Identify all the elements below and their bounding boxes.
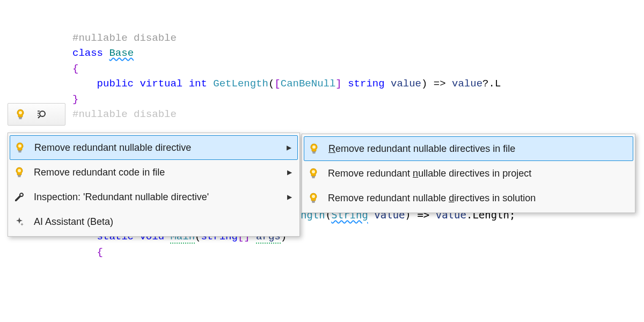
svg-point-22 [312, 195, 315, 198]
chevron-right-icon: ▶ [287, 169, 292, 176]
svg-rect-21 [312, 202, 315, 203]
lightbulb-icon [308, 167, 319, 179]
wrench-icon [13, 191, 25, 203]
svg-point-16 [312, 145, 316, 149]
svg-line-4 [38, 116, 40, 118]
find-icon [36, 108, 48, 120]
bracket: ] [335, 78, 341, 90]
menu-item-label: Remove redundant nullable directives in … [328, 193, 627, 204]
svg-rect-9 [19, 152, 21, 153]
kw-public: public [97, 78, 134, 90]
submenu-item-project[interactable]: Remove redundant nullable directives in … [302, 161, 635, 186]
menu-item-ai-assistant[interactable]: AI Assistant (Beta) [8, 209, 299, 234]
keyword-class: class [72, 47, 103, 59]
lightbulb-icon [14, 108, 26, 120]
svg-rect-18 [312, 178, 315, 179]
menu-item-remove-directive[interactable]: Remove redundant nullable directive ▶ [10, 135, 298, 160]
chevron-right-icon: ▶ [287, 193, 292, 201]
quick-fix-submenu: Remove redundant nullable directives in … [302, 134, 635, 213]
paren: ( [268, 78, 274, 90]
kw-string: string [348, 78, 384, 90]
svg-rect-0 [19, 118, 22, 119]
method-name: GetLength [213, 78, 268, 90]
svg-rect-8 [18, 151, 21, 152]
paren: ) [421, 78, 427, 90]
menu-item-label: AI Assistant (Beta) [34, 216, 292, 228]
ident: L [495, 78, 501, 90]
menu-item-label: Inspection: 'Redundant nullable directiv… [34, 192, 279, 203]
chevron-right-icon: ▶ [287, 144, 291, 151]
bracket: [ [274, 78, 280, 90]
svg-point-3 [40, 111, 45, 116]
directive-redundant: #nullable disable [72, 108, 177, 120]
lightbulb-icon [308, 192, 319, 204]
class-name: Base [109, 47, 134, 59]
svg-rect-11 [18, 175, 21, 177]
svg-rect-17 [312, 177, 315, 178]
svg-rect-20 [312, 201, 315, 202]
svg-rect-1 [19, 119, 22, 120]
menu-item-label: Remove redundant nullable directives in … [328, 143, 627, 155]
brace: { [72, 63, 78, 75]
brace: { [97, 246, 103, 258]
kw-virtual: virtual [140, 78, 182, 90]
lightbulb-icon [308, 143, 320, 155]
lightbulb-icon [14, 142, 26, 153]
svg-rect-14 [312, 152, 316, 153]
menu-item-label: Remove redundant nullable directives in … [328, 168, 627, 179]
submenu-item-file[interactable]: Remove redundant nullable directives in … [304, 136, 633, 161]
menu-item-label: Remove redundant code in file [34, 167, 279, 178]
submenu-item-solution[interactable]: Remove redundant nullable directives in … [302, 186, 635, 210]
param: value [391, 78, 421, 90]
svg-point-13 [18, 169, 21, 172]
kw-int: int [189, 78, 207, 90]
lightbulb-icon [13, 166, 25, 178]
svg-rect-12 [18, 177, 21, 178]
brace: } [72, 93, 78, 105]
menu-item-remove-redundant-file[interactable]: Remove redundant code in file ▶ [8, 160, 299, 185]
directive: #nullable disable [72, 32, 177, 44]
menu-item-label: Remove redundant nullable directive [34, 142, 278, 153]
op: ?. [482, 78, 495, 90]
svg-rect-15 [313, 153, 316, 154]
attribute: CanBeNull [281, 78, 336, 90]
ident: value [452, 78, 482, 90]
menu-item-inspection[interactable]: Inspection: 'Redundant nullable directiv… [8, 185, 299, 209]
sparkle-icon [13, 216, 25, 228]
svg-point-2 [19, 111, 22, 114]
svg-point-19 [312, 170, 315, 173]
svg-point-10 [18, 144, 21, 148]
quick-fix-menu: Remove redundant nullable directive ▶ Re… [8, 133, 300, 237]
arrow: => [434, 78, 446, 90]
quick-fix-trigger[interactable] [8, 103, 65, 126]
